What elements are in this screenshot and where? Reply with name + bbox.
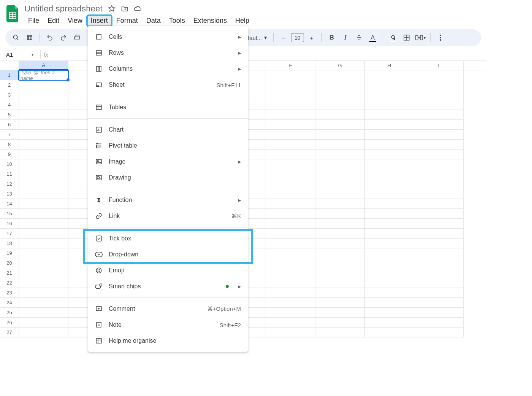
cell[interactable] (266, 248, 315, 258)
cell[interactable] (365, 70, 414, 80)
cell[interactable] (365, 179, 414, 189)
cell[interactable] (266, 70, 315, 80)
bold-button[interactable]: B (326, 32, 338, 44)
cell[interactable] (365, 308, 414, 318)
cell[interactable] (365, 110, 414, 120)
cell[interactable] (315, 130, 365, 140)
row-header[interactable]: 14 (0, 199, 19, 209)
cell[interactable] (19, 120, 68, 130)
cell[interactable] (266, 90, 315, 100)
cell[interactable] (365, 288, 414, 298)
cell[interactable] (266, 110, 315, 120)
row-header[interactable]: 20 (0, 258, 19, 268)
cell[interactable] (19, 179, 68, 189)
column-header[interactable]: I (414, 61, 464, 70)
cell[interactable] (365, 199, 414, 209)
print-area-icon[interactable] (24, 32, 36, 44)
cell[interactable] (365, 278, 414, 288)
merge-cells-button[interactable]: ▾ (414, 32, 426, 44)
cell[interactable] (19, 189, 68, 199)
menu-tools[interactable]: Tools (165, 15, 189, 26)
cell[interactable] (315, 70, 365, 80)
cell[interactable] (365, 318, 414, 328)
cell[interactable] (266, 120, 315, 130)
cell[interactable] (315, 298, 365, 308)
menu-item-image[interactable]: Image▶ (88, 154, 248, 170)
cell[interactable] (315, 318, 365, 328)
cell[interactable] (414, 80, 464, 90)
row-header[interactable]: 25 (0, 308, 19, 318)
cell[interactable] (19, 239, 68, 248)
text-color-button[interactable]: A (367, 32, 379, 44)
cell[interactable]: Type '@' then a name (19, 70, 68, 80)
cell[interactable] (19, 169, 68, 179)
cell[interactable] (315, 258, 365, 268)
row-header[interactable]: 27 (0, 328, 19, 337)
cell[interactable] (315, 209, 365, 219)
cell[interactable] (315, 140, 365, 149)
cell[interactable] (414, 219, 464, 229)
cell[interactable] (266, 298, 315, 308)
cell[interactable] (414, 278, 464, 288)
fill-color-button[interactable] (387, 32, 399, 44)
cell[interactable] (414, 110, 464, 120)
cell[interactable] (266, 239, 315, 248)
cell[interactable] (365, 80, 414, 90)
menu-item-comment[interactable]: Comment⌘+Option+M (88, 301, 248, 317)
row-header[interactable]: 4 (0, 100, 19, 110)
cell[interactable] (365, 169, 414, 179)
menu-extensions[interactable]: Extensions (190, 15, 231, 26)
cell[interactable] (19, 159, 68, 169)
row-header[interactable]: 24 (0, 298, 19, 308)
row-header[interactable]: 16 (0, 219, 19, 229)
column-header[interactable]: G (315, 61, 365, 70)
cell[interactable] (266, 159, 315, 169)
cell[interactable] (19, 100, 68, 110)
cell[interactable] (414, 169, 464, 179)
cell[interactable] (365, 248, 414, 258)
cell[interactable] (19, 140, 68, 149)
menu-item-cells[interactable]: Cells▶ (88, 29, 248, 45)
row-header[interactable]: 19 (0, 248, 19, 258)
cell[interactable] (365, 328, 414, 337)
cell[interactable] (365, 298, 414, 308)
row-header[interactable]: 11 (0, 169, 19, 179)
cell[interactable] (19, 110, 68, 120)
search-menus-button[interactable] (10, 32, 22, 44)
menu-item-smart-chips[interactable]: Smart chips▶ (88, 278, 248, 294)
cell[interactable] (315, 120, 365, 130)
cell[interactable] (266, 288, 315, 298)
menu-data[interactable]: Data (142, 15, 165, 26)
print-button[interactable] (71, 32, 83, 44)
cell[interactable] (266, 80, 315, 90)
menu-file[interactable]: File (24, 15, 43, 26)
cell[interactable] (315, 308, 365, 318)
cell[interactable] (414, 100, 464, 110)
cell[interactable] (365, 159, 414, 169)
menu-item-link[interactable]: Link⌘K (88, 208, 248, 224)
row-header[interactable]: 8 (0, 140, 19, 149)
cell[interactable] (315, 239, 365, 248)
cell[interactable] (266, 278, 315, 288)
cell[interactable] (266, 149, 315, 159)
cell[interactable] (315, 229, 365, 239)
cell[interactable] (365, 189, 414, 199)
row-header[interactable]: 2 (0, 80, 19, 90)
cell[interactable] (414, 149, 464, 159)
cell[interactable] (365, 239, 414, 248)
column-header[interactable]: F (266, 61, 315, 70)
cell[interactable] (19, 248, 68, 258)
increase-font-button[interactable]: + (306, 32, 318, 44)
cell[interactable] (315, 328, 365, 337)
cell[interactable] (414, 90, 464, 100)
cell[interactable] (266, 179, 315, 189)
star-icon[interactable] (108, 5, 116, 13)
cell[interactable] (365, 130, 414, 140)
menu-item-pivot-table[interactable]: Pivot table (88, 138, 248, 154)
row-header[interactable]: 18 (0, 239, 19, 248)
cell[interactable] (315, 248, 365, 258)
cell[interactable] (365, 149, 414, 159)
strikethrough-button[interactable] (353, 32, 365, 44)
cell[interactable] (266, 219, 315, 229)
cell[interactable] (315, 159, 365, 169)
